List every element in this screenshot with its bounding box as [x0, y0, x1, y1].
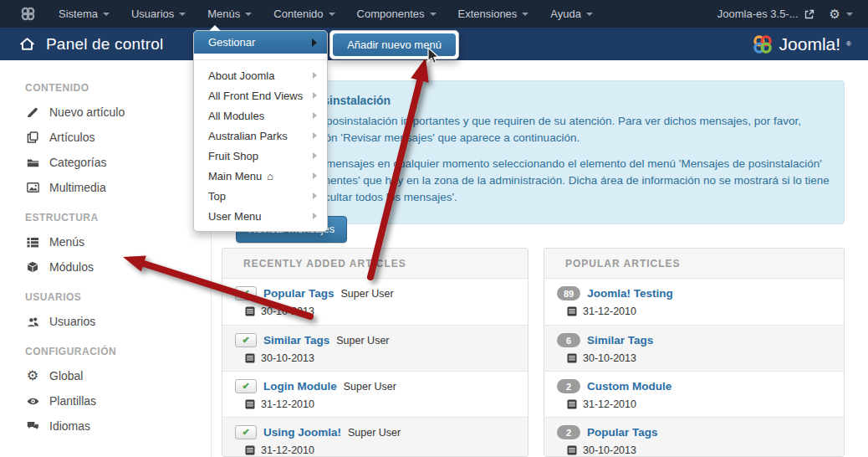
joomla-color-logo-icon	[752, 33, 774, 55]
article-row: 2 Popular Tags 30-10-2013	[544, 417, 844, 457]
external-link-icon	[804, 9, 814, 19]
dropdown-item-label: Main Menu	[208, 170, 262, 182]
admin-menubar: Sistema Usuarios Menús Contenido Compone…	[0, 0, 868, 28]
menubar-nav: Sistema Usuarios Menús Contenido Compone…	[48, 0, 604, 28]
home-icon: ⌂	[267, 170, 273, 182]
sidebar-item-label: Menús	[49, 235, 84, 249]
submenu-item-anadir-nuevo-menu[interactable]: Añadir nuevo menú	[333, 33, 456, 56]
menubar-item-contenido[interactable]: Contenido	[263, 0, 345, 28]
sidebar-item-plantillas[interactable]: Plantillas	[25, 388, 211, 413]
hits-badge: 2	[557, 425, 580, 439]
registered-mark: ®	[846, 40, 851, 48]
hits-badge: 6	[557, 333, 580, 347]
sidebar-item-multimedia[interactable]: Multimedia	[25, 175, 211, 200]
article-date: 31-12-2010	[583, 306, 636, 317]
article-date: 31-12-2010	[583, 398, 636, 410]
menubar-item-menus[interactable]: Menús	[197, 0, 263, 28]
recently-added-articles-panel: RECENTLY ADDED ARTICLES ✔ Popular Tags S…	[222, 248, 528, 457]
article-date: 31-12-2010	[261, 398, 314, 410]
calendar-icon	[245, 306, 255, 316]
article-row: ✔ Popular Tags Super User 30-10-2013	[222, 279, 528, 325]
chevron-down-icon	[846, 13, 853, 16]
dropdown-item-top[interactable]: Top	[194, 186, 327, 206]
published-check-button[interactable]: ✔	[235, 425, 257, 439]
sidebar-item-label: Idiomas	[49, 419, 90, 433]
dropdown-item-fruit-shop[interactable]: Fruit Shop	[194, 146, 327, 166]
gear-icon: ⚙	[830, 8, 840, 20]
dropdown-item-about-joomla[interactable]: About Joomla	[194, 65, 327, 85]
article-link[interactable]: Using Joomla!	[263, 426, 341, 439]
sidebar-item-modulos[interactable]: Módulos	[25, 254, 211, 280]
sidebar-section-contenido: CONTENIDO Nuevo artículo Artículos Categ…	[25, 82, 211, 200]
user-settings-menu[interactable]: ⚙	[830, 8, 853, 20]
image-icon	[25, 182, 40, 193]
article-link[interactable]: Custom Module	[587, 380, 671, 393]
sidebar-item-articulos[interactable]: Artículos	[25, 125, 211, 150]
chevron-down-icon	[586, 13, 593, 16]
dropdown-item-all-modules[interactable]: All Modules	[194, 105, 327, 126]
submenu-arrow-icon	[313, 132, 317, 139]
menubar-item-extensiones[interactable]: Extensiones	[447, 0, 540, 28]
sidebar-item-label: Módulos	[49, 260, 94, 274]
article-link[interactable]: Similar Tags	[587, 334, 653, 347]
submenu-arrow-icon	[313, 92, 317, 99]
sidebar-item-label: Usuarios	[49, 315, 95, 328]
sidebar-item-nuevo-articulo[interactable]: Nuevo artículo	[25, 100, 211, 125]
sidebar-item-usuarios[interactable]: Usuarios	[25, 309, 211, 334]
joomla-brand: Joomla!®	[752, 33, 868, 55]
brand-name: Joomla!	[779, 34, 841, 54]
article-link[interactable]: Similar Tags	[263, 334, 329, 347]
dropdown-item-label: Australian Parks	[208, 130, 288, 142]
article-link[interactable]: Login Module	[263, 380, 337, 393]
article-author: Super User	[336, 335, 389, 347]
section-heading: CONFIGURACIÓN	[25, 346, 211, 357]
article-date: 30-10-2013	[261, 306, 314, 317]
sidebar-item-categorias[interactable]: Categorías	[25, 150, 211, 175]
dropdown-item-label: Gestionar	[208, 36, 255, 49]
dropdown-item-main-menu[interactable]: Main Menu⌂	[194, 166, 327, 186]
sidebar-item-label: Categorías	[49, 156, 106, 169]
joomla-logo-icon	[20, 6, 36, 22]
article-link[interactable]: Popular Tags	[263, 287, 334, 300]
dropdown-item-label: All Modules	[208, 110, 264, 122]
menubar-item-componentes[interactable]: Componentes	[346, 0, 447, 28]
chevron-down-icon	[179, 13, 186, 16]
published-check-button[interactable]: ✔	[235, 333, 257, 347]
sidebar-section-configuracion: CONFIGURACIÓN ⚙ Global Plantillas Idioma…	[25, 346, 211, 439]
section-heading: USUARIOS	[25, 291, 211, 303]
list-icon	[25, 237, 40, 248]
chevron-down-icon	[522, 13, 528, 16]
gear-icon: ⚙	[25, 369, 40, 383]
dropdown-item-australian-parks[interactable]: Australian Parks	[194, 126, 327, 146]
published-check-button[interactable]: ✔	[235, 286, 257, 300]
calendar-icon	[567, 353, 577, 363]
calendar-icon	[567, 399, 577, 409]
article-date: 30-10-2013	[261, 352, 314, 364]
article-date: 30-10-2013	[583, 444, 636, 456]
menubar-item-sistema[interactable]: Sistema	[48, 0, 120, 28]
menubar-item-ayuda[interactable]: Ayuda	[539, 0, 604, 28]
dropdown-item-gestionar[interactable]: Gestionar	[194, 31, 327, 54]
chevron-down-icon	[245, 13, 252, 16]
dropdown-item-all-front-end-views[interactable]: All Front End Views	[194, 85, 327, 105]
article-link[interactable]: Joomla! Testing	[587, 287, 673, 300]
submenu-arrow-icon	[313, 72, 317, 79]
menubar-item-usuarios[interactable]: Usuarios	[120, 0, 197, 28]
published-check-button[interactable]: ✔	[235, 379, 257, 393]
menus-dropdown: Gestionar About Joomla All Front End Vie…	[193, 30, 328, 232]
article-link[interactable]: Popular Tags	[587, 426, 658, 439]
sidebar-item-label: Nuevo artículo	[49, 105, 125, 119]
calendar-icon	[567, 445, 577, 455]
site-preview-link[interactable]: Joomla-es 3.5-...	[717, 8, 814, 20]
chevron-down-icon	[329, 13, 335, 16]
dropdown-item-user-menu[interactable]: User Menu	[194, 206, 327, 226]
article-row: ✔ Login Module Super User 31-12-2010	[222, 371, 528, 417]
submenu-arrow-icon	[313, 172, 317, 179]
site-name-label: Joomla-es 3.5-...	[717, 8, 799, 20]
section-heading: CONTENIDO	[25, 82, 211, 94]
sidebar-item-menus[interactable]: Menús	[25, 229, 211, 254]
sidebar-item-global[interactable]: ⚙ Global	[25, 363, 211, 388]
article-row: 2 Custom Module 31-12-2010	[544, 371, 844, 417]
sidebar-item-idiomas[interactable]: Idiomas	[25, 413, 211, 439]
sidebar-item-label: Multimedia	[49, 181, 106, 194]
